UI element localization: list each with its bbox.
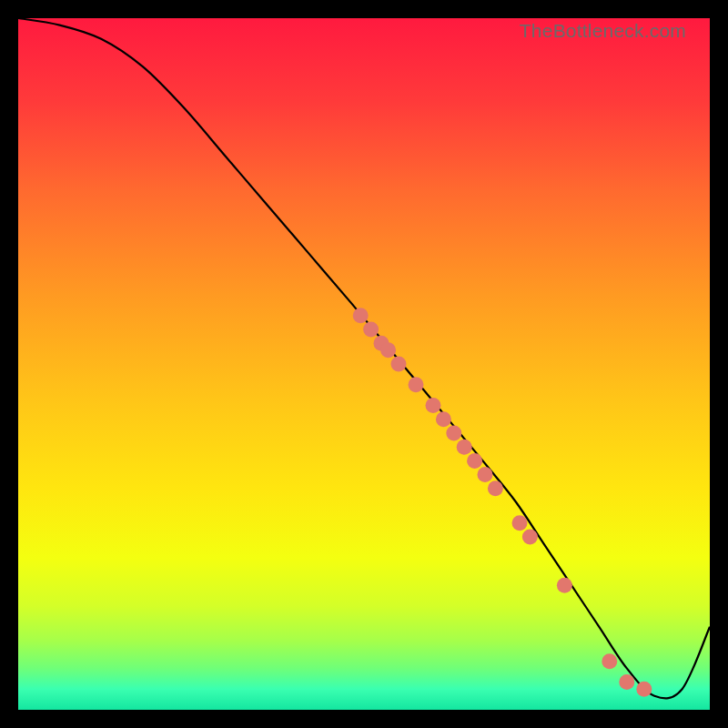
data-point [353,308,369,323]
data-point [512,515,528,531]
data-point [391,357,407,372]
watermark-label: TheBottleneck.com [520,20,686,42]
chart-background [18,18,710,710]
data-point [363,322,379,338]
data-point [619,674,634,690]
data-point [478,467,493,482]
data-point [446,426,461,441]
chart-plot [18,18,710,710]
data-point [636,682,652,697]
data-point [409,377,424,392]
data-point [467,453,482,469]
data-point [436,411,451,427]
data-point [522,530,538,545]
data-point [457,440,472,455]
data-point [488,480,503,496]
data-point [380,342,396,358]
data-point [557,578,572,593]
data-point [602,653,617,669]
chart-frame: TheBottleneck.com [18,18,710,710]
data-point [426,398,441,413]
